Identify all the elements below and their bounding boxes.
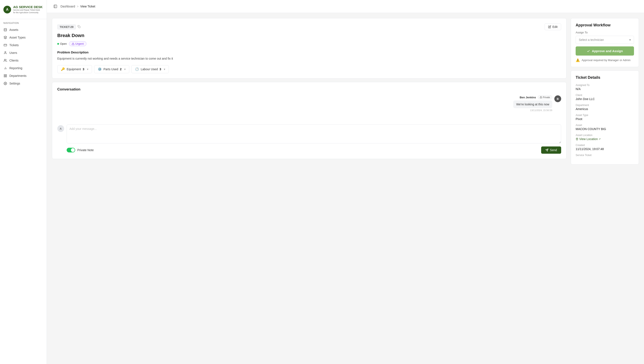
approve-assign-button[interactable]: Approve and Assign <box>576 46 634 56</box>
view-location-label: View Location <box>579 137 598 141</box>
svg-rect-12 <box>6 74 7 76</box>
ticket-icon <box>4 43 7 47</box>
left-panel: TICKET-29 Edit Break Down Open <box>52 18 566 359</box>
priority-badge: Urgent <box>69 41 87 46</box>
message-meta: Ben Jenkins Private <box>513 95 552 99</box>
svg-point-7 <box>4 59 5 60</box>
copy-icon[interactable] <box>78 25 81 29</box>
send-button[interactable]: Send <box>541 146 561 154</box>
warning-icon: ⚠️ <box>576 58 580 62</box>
sidebar-item-reporting[interactable]: Reporting <box>0 64 47 72</box>
compose-footer: Private Note Send <box>57 146 561 154</box>
client-row: Client John Doe LLC <box>576 94 634 101</box>
message-input[interactable] <box>67 124 561 144</box>
service-ticket-label: Service Ticket <box>576 154 634 157</box>
private-note-switch[interactable] <box>67 148 75 152</box>
sidebar-item-settings[interactable]: Settings <box>0 80 47 87</box>
breadcrumb-current: View Ticket <box>80 5 95 8</box>
svg-point-24 <box>577 138 577 139</box>
sidebar-item-clients[interactable]: Clients <box>0 56 47 64</box>
sidebar-item-clients-label: Clients <box>9 59 19 62</box>
private-badge-label: Private <box>543 96 550 98</box>
technician-placeholder: Select a technician <box>579 38 604 42</box>
database-icon <box>4 28 7 32</box>
app-name: AG SERVICE DESK <box>13 5 43 9</box>
svg-point-15 <box>5 83 6 84</box>
sidebar-item-assets[interactable]: Assets <box>0 26 47 34</box>
message-content: Ben Jenkins Private We're looking at thi… <box>513 95 552 112</box>
conversation-card: Conversation Ben Jenkins Private We <box>52 82 566 159</box>
private-note-label: Private Note <box>77 148 94 152</box>
svg-rect-4 <box>4 44 7 46</box>
sidebar-logo: A AG SERVICE DESK Service and Repair Tic… <box>0 4 47 19</box>
settings-icon <box>4 82 7 85</box>
client-value: John Doe LLC <box>576 97 634 101</box>
asset-value: MACON COUNTY BIG <box>576 127 634 131</box>
labour-chevron-icon: ▾ <box>164 68 165 71</box>
approval-warning: ⚠️ Approval required by Manager or Admin <box>576 58 634 62</box>
nav-label: Navigation <box>0 22 47 26</box>
created-label: Created <box>576 144 634 147</box>
messages-list: Ben Jenkins Private We're looking at thi… <box>57 95 561 121</box>
sidebar-item-departments[interactable]: Departments <box>0 72 47 80</box>
send-button-label: Send <box>550 148 557 152</box>
external-link-icon: ↗ <box>599 138 600 140</box>
sidebar-item-settings-label: Settings <box>9 82 20 85</box>
info-pills: 🔑 Equipment 3 ▾ ⚙️ Parts Used 2 ▾ 🕐 Labo… <box>57 65 561 73</box>
sidebar-item-departments-label: Departments <box>9 74 27 78</box>
svg-rect-13 <box>6 76 7 77</box>
layers-icon <box>4 36 7 40</box>
department-value: Americus <box>576 107 634 111</box>
sidebar-item-users[interactable]: Users <box>0 49 47 56</box>
assigned-to-row: Assigned To N/A <box>576 84 634 91</box>
breadcrumb: Dashboard > View Ticket <box>61 5 95 8</box>
service-ticket-row: Service Ticket <box>576 154 634 157</box>
asset-type-label: Asset Type <box>576 114 634 117</box>
asset-location-row: Asset Location View Location ↗ <box>576 134 634 141</box>
sidebar: A AG SERVICE DESK Service and Repair Tic… <box>0 0 47 364</box>
svg-rect-14 <box>4 76 5 77</box>
sidebar-item-assets-label: Assets <box>9 28 18 32</box>
sidebar-item-asset-types[interactable]: Asset Types <box>0 34 47 41</box>
department-row: Department Americus <box>576 104 634 111</box>
problem-description-text: Equipment is currently not working and n… <box>57 56 561 61</box>
parts-used-pill[interactable]: ⚙️ Parts Used 2 ▾ <box>94 65 129 73</box>
logo-icon: A <box>4 6 11 14</box>
parts-used-label: Parts Used <box>104 68 118 71</box>
approve-btn-label: Approve and Assign <box>592 49 623 53</box>
sidebar-item-asset-types-label: Asset Types <box>9 36 26 39</box>
bar-chart-icon <box>4 66 7 70</box>
asset-row: Asset MACON COUNTY BIG <box>576 124 634 131</box>
labour-icon: 🕐 <box>135 67 139 71</box>
user-icon <box>4 51 7 55</box>
equipment-pill[interactable]: 🔑 Equipment 3 ▾ <box>57 65 92 73</box>
edit-button[interactable]: Edit <box>544 24 561 30</box>
parts-chevron-icon: ▾ <box>124 68 126 71</box>
private-badge: Private <box>538 95 552 99</box>
ticket-header: TICKET-29 Edit <box>57 24 561 30</box>
svg-rect-18 <box>79 26 80 28</box>
message-author: Ben Jenkins <box>520 96 536 99</box>
svg-point-6 <box>5 52 6 52</box>
assign-to-label: Assign To <box>576 31 634 34</box>
asset-label: Asset <box>576 124 634 127</box>
ticket-card: TICKET-29 Edit Break Down Open <box>52 18 566 78</box>
conversation-title: Conversation <box>57 87 561 92</box>
approval-workflow-card: Approval Workflow Assign To Select a tec… <box>571 18 639 67</box>
ticket-details-title: Ticket Details <box>576 75 634 80</box>
message-row: Ben Jenkins Private We're looking at thi… <box>57 95 561 112</box>
toggle-knob <box>71 148 75 152</box>
breadcrumb-dashboard[interactable]: Dashboard <box>61 5 75 8</box>
parts-used-count: 2 <box>120 68 122 71</box>
sidebar-toggle[interactable] <box>52 3 59 10</box>
technician-select[interactable]: Select a technician ▾ <box>576 36 634 44</box>
assigned-to-label: Assigned To <box>576 84 634 87</box>
edit-button-label: Edit <box>552 25 557 28</box>
labour-used-pill[interactable]: 🕐 Labour Used 3 ▾ <box>131 65 169 73</box>
svg-rect-16 <box>54 5 57 8</box>
main-content: Dashboard > View Ticket TICKET-29 <box>47 0 644 364</box>
breadcrumb-separator: > <box>77 5 79 8</box>
view-location-link[interactable]: View Location ↗ <box>576 137 634 141</box>
client-label: Client <box>576 94 634 97</box>
sidebar-item-tickets[interactable]: Tickets <box>0 41 47 49</box>
